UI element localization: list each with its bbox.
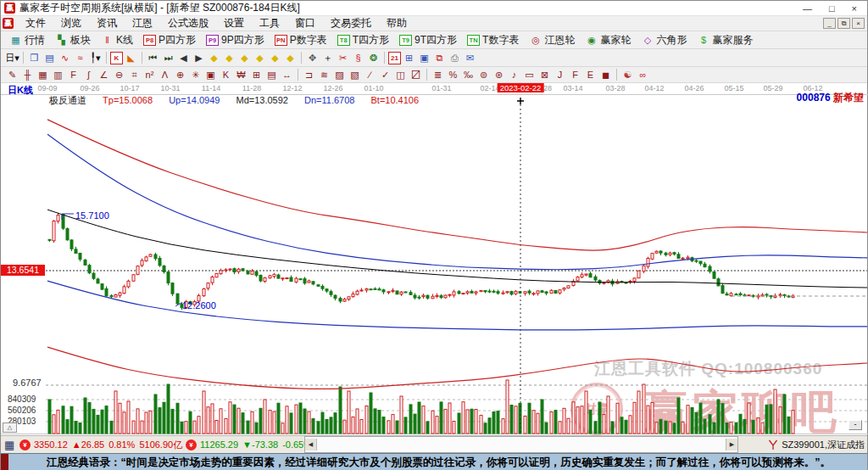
open-box-icon[interactable]: ⊐ bbox=[302, 68, 316, 82]
slash-icon[interactable]: ∕ bbox=[363, 68, 377, 82]
measure-tool-icon[interactable]: § bbox=[351, 51, 365, 65]
hand-tool-icon[interactable]: ✥ bbox=[305, 51, 320, 65]
circle-divide-icon[interactable]: ⊖ bbox=[112, 68, 126, 82]
expand-panel-button[interactable]: △ bbox=[3, 422, 17, 433]
scissors-tool-icon[interactable]: ✂ bbox=[336, 51, 350, 65]
spiral-icon[interactable]: ʃ bbox=[81, 68, 96, 82]
save-icon[interactable]: ▣ bbox=[417, 51, 431, 65]
width-arrows-icon[interactable]: ↔ bbox=[280, 68, 294, 82]
infinity-icon[interactable]: ∞ bbox=[636, 68, 650, 82]
gann-diamond6-icon[interactable]: ◆ bbox=[283, 51, 298, 65]
market-quote-button[interactable]: ▦行情 bbox=[5, 32, 49, 48]
crosshair-tool-icon[interactable]: ＋ bbox=[320, 51, 335, 65]
bar-style-dropdown[interactable]: ╿▾ bbox=[88, 51, 103, 65]
gann-diamond1-icon[interactable]: ◆ bbox=[207, 51, 221, 65]
current-symbol[interactable]: SZ399001,深证成指 bbox=[768, 436, 865, 453]
zigzag-chart2-icon[interactable]: ≈ bbox=[73, 51, 87, 65]
kline-button[interactable]: ‖K线 bbox=[97, 32, 137, 48]
quote-table-icon[interactable]: ▦ bbox=[4, 439, 14, 451]
nav-next-icon[interactable]: ▶ bbox=[192, 51, 206, 65]
kline-style-icon[interactable]: K bbox=[110, 52, 123, 64]
nav-last-icon[interactable]: ⏭ bbox=[161, 51, 175, 65]
t-square-button[interactable]: T8T四方形 bbox=[333, 32, 393, 48]
menu-item-10[interactable]: 帮助 bbox=[379, 16, 415, 31]
nav-prev-icon[interactable]: ◀ bbox=[176, 51, 191, 65]
t-table-button[interactable]: TNT数字表 bbox=[463, 32, 523, 48]
circle-cross-icon[interactable]: ⊕ bbox=[173, 68, 187, 82]
gann-square-icon[interactable]: ▦ bbox=[36, 68, 50, 82]
gann-diamond4-icon[interactable]: ◆ bbox=[253, 51, 267, 65]
sh-index-quote[interactable]: 3350.12 ▲26.85 0.81% 5106.90亿 bbox=[34, 436, 182, 453]
shade-grid-icon[interactable]: ▨ bbox=[332, 68, 347, 82]
angle-icon[interactable]: ∠ bbox=[97, 68, 111, 82]
percent-icon[interactable]: % bbox=[446, 68, 460, 82]
gann-diamond3-icon[interactable]: ◆ bbox=[237, 51, 252, 65]
solid-box-icon[interactable]: ◼ bbox=[598, 68, 613, 82]
winner-service-button[interactable]: $赢家服务 bbox=[693, 32, 757, 48]
color-triangle-icon[interactable]: ◣ bbox=[124, 51, 138, 65]
menu-item-3[interactable]: 资讯 bbox=[89, 16, 125, 31]
apex-icon[interactable]: Λ bbox=[158, 68, 172, 82]
minimize-panel-button[interactable]: - bbox=[849, 420, 862, 430]
taiji-icon[interactable]: ☯ bbox=[620, 68, 635, 82]
monitor-icon[interactable]: ⧉ bbox=[432, 51, 447, 65]
mdi-restore-button[interactable]: ⧉ bbox=[837, 18, 850, 29]
f-line-icon[interactable]: F bbox=[568, 68, 582, 82]
gann-diamond2-icon[interactable]: ◆ bbox=[222, 51, 236, 65]
zigzag-chart-icon[interactable]: ∿ bbox=[58, 51, 72, 65]
menu-item-7[interactable]: 工具 bbox=[252, 16, 287, 31]
t9-square-button[interactable]: T99T四方形 bbox=[395, 32, 461, 48]
menu-item-4[interactable]: 江恩 bbox=[125, 16, 160, 31]
gann-wheel-button[interactable]: ◎江恩轮 bbox=[525, 32, 579, 48]
winner-wheel-button[interactable]: ◉赢家轮 bbox=[581, 32, 635, 48]
menu-item-6[interactable]: 设置 bbox=[216, 16, 252, 31]
price-bands-icon[interactable]: ₩ bbox=[234, 68, 248, 82]
select-box-icon[interactable]: ▣ bbox=[203, 68, 218, 82]
scroll-right-icon[interactable]: ▶ bbox=[726, 439, 737, 450]
rays-icon[interactable]: ≋ bbox=[317, 68, 331, 82]
p-table-button[interactable]: PNP数字表 bbox=[270, 32, 331, 48]
mdi-close-button[interactable]: × bbox=[852, 18, 865, 29]
minimize-button[interactable]: — bbox=[803, 3, 812, 14]
e-line-icon[interactable]: E bbox=[583, 68, 598, 82]
n-square-icon[interactable]: n² bbox=[142, 68, 157, 82]
box-x-icon[interactable]: ⊠ bbox=[537, 68, 552, 82]
maximize-button[interactable]: □ bbox=[829, 3, 835, 14]
mail-icon[interactable]: ✉ bbox=[463, 51, 477, 65]
menu-item-5[interactable]: 公式选股 bbox=[160, 16, 216, 31]
shade-grid2-icon[interactable]: ▧ bbox=[348, 68, 362, 82]
golden-circle-icon[interactable]: ⊜ bbox=[476, 68, 491, 82]
menu-item-9[interactable]: 交易委托 bbox=[323, 16, 379, 31]
p-square-button[interactable]: P8P四方形 bbox=[139, 32, 200, 48]
golden-section-icon[interactable]: ⊛ bbox=[492, 68, 506, 82]
gann-diamond5-icon[interactable]: ◆ bbox=[268, 51, 282, 65]
dense-grid-icon[interactable]: ⌗ bbox=[127, 68, 142, 82]
rows-icon[interactable]: ▤ bbox=[264, 68, 279, 82]
note-icon[interactable]: ♪ bbox=[507, 68, 521, 82]
menu-item-8[interactable]: 窗口 bbox=[287, 16, 323, 31]
split-box-icon[interactable]: ◫ bbox=[393, 68, 408, 82]
nav-first-icon[interactable]: ⏮ bbox=[146, 51, 160, 65]
mdi-minimize-button[interactable]: _ bbox=[823, 18, 836, 29]
gann-square2-icon[interactable]: ▥ bbox=[51, 68, 65, 82]
scroll-left-icon[interactable]: ◀ bbox=[305, 439, 317, 450]
permille-icon[interactable]: ‰ bbox=[461, 68, 476, 82]
calendar-icon[interactable]: 21 bbox=[388, 52, 401, 64]
window-layout-icon[interactable]: ❒ bbox=[27, 51, 42, 65]
measure-grid-icon[interactable]: 〼 bbox=[409, 68, 423, 82]
report-view-icon[interactable]: ▤ bbox=[42, 51, 57, 65]
draw-pen-icon[interactable]: ✎ bbox=[5, 68, 19, 82]
p9-square-button[interactable]: P99P四方形 bbox=[202, 32, 269, 48]
calculator-icon[interactable]: ⊞ bbox=[402, 51, 416, 65]
close-button[interactable]: × bbox=[852, 3, 857, 14]
printer-icon[interactable]: ⎙ bbox=[448, 51, 462, 65]
star-burst-icon[interactable]: ✳ bbox=[188, 68, 203, 82]
check-wave-icon[interactable]: ✓ bbox=[378, 68, 392, 82]
globe-tool-icon[interactable]: ❂ bbox=[366, 51, 381, 65]
chart-canvas[interactable] bbox=[1, 83, 868, 435]
menu-item-1[interactable]: 文件 bbox=[18, 16, 53, 31]
time-division-icon[interactable]: ╫ bbox=[20, 68, 35, 82]
fan-lines-icon[interactable]: F bbox=[66, 68, 81, 82]
hexagon-button[interactable]: ◇六角形 bbox=[637, 32, 691, 48]
horizontal-scrollbar[interactable]: ◀ ▶ bbox=[304, 436, 738, 453]
